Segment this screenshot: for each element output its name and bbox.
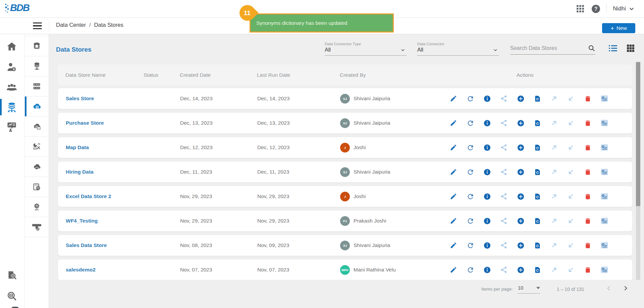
data-connector-type-filter[interactable]: Data Connector Type All [325, 42, 407, 56]
search-icon[interactable] [588, 45, 595, 52]
help-icon[interactable]: ? [591, 4, 600, 13]
info-icon[interactable] [483, 241, 491, 250]
edit-icon[interactable] [449, 168, 458, 176]
pull-arrow-icon[interactable] [567, 143, 575, 152]
delete-icon[interactable] [583, 241, 592, 250]
refresh-icon[interactable] [466, 192, 475, 201]
sidebar-item-data-sync[interactable] [25, 137, 49, 157]
restore-icon[interactable] [533, 168, 542, 176]
push-arrow-icon[interactable] [550, 265, 558, 274]
user-groups-icon[interactable] [6, 82, 17, 93]
sidebar-item-data-stores[interactable] [25, 97, 49, 117]
push-arrow-icon[interactable] [550, 168, 558, 176]
share-icon[interactable] [499, 143, 508, 152]
sidebar-item-data-lake[interactable] [25, 157, 49, 177]
edit-icon[interactable] [449, 143, 458, 152]
sidebar-item-data-store-code[interactable]: </> [25, 117, 49, 137]
info-icon[interactable] [483, 217, 491, 225]
push-arrow-icon[interactable] [550, 217, 558, 225]
share-icon[interactable] [499, 265, 508, 274]
scrollbar-thumb[interactable] [636, 62, 640, 206]
push-arrow-icon[interactable] [550, 94, 558, 103]
add-icon[interactable] [516, 119, 525, 127]
info-icon[interactable] [483, 119, 491, 127]
sidebar-item-data-connectors[interactable] [25, 56, 49, 76]
items-per-page-select[interactable]: 10 [518, 285, 540, 294]
analytics-icon[interactable] [600, 217, 609, 225]
edit-icon[interactable] [449, 119, 458, 127]
sidebar-item-api-connectors[interactable]: API [25, 197, 49, 217]
delete-icon[interactable] [583, 168, 592, 176]
breadcrumb-data-stores[interactable]: Data Stores [94, 22, 123, 28]
sidebar-item-data-filter[interactable] [25, 217, 49, 237]
data-store-name-link[interactable]: salesdemo2 [58, 267, 144, 273]
data-store-name-link[interactable]: Excel Data Store 2 [58, 193, 144, 199]
delete-icon[interactable] [583, 217, 592, 225]
info-icon[interactable] [483, 168, 491, 176]
add-icon[interactable] [516, 168, 525, 176]
add-icon[interactable] [516, 217, 525, 225]
info-icon[interactable] [483, 94, 491, 103]
edit-icon[interactable] [449, 241, 458, 250]
info-icon[interactable] [483, 265, 491, 274]
list-view-icon[interactable] [608, 44, 617, 52]
data-catalog-icon[interactable] [6, 270, 17, 281]
analytics-icon[interactable] [600, 94, 609, 103]
previous-page-button[interactable] [604, 284, 613, 293]
delete-icon[interactable] [583, 119, 592, 127]
menu-toggle-icon[interactable] [33, 22, 42, 29]
search-input[interactable] [510, 43, 595, 55]
delete-icon[interactable] [583, 94, 592, 103]
push-arrow-icon[interactable] [550, 119, 558, 127]
data-store-name-link[interactable]: WF4_Testing [58, 218, 144, 224]
share-icon[interactable] [499, 168, 508, 176]
restore-icon[interactable] [533, 217, 542, 225]
analytics-icon[interactable] [600, 241, 609, 250]
data-connector-filter[interactable]: Data Connector All [417, 42, 499, 56]
restore-icon[interactable] [533, 192, 542, 201]
info-icon[interactable] [483, 143, 491, 152]
data-store-name-link[interactable]: Sales Data Store [58, 242, 144, 248]
bdb-logo[interactable]: BDB [5, 2, 29, 13]
analytics-icon[interactable] [600, 143, 609, 152]
data-search-icon[interactable] [6, 291, 17, 301]
sidebar-item-data-home[interactable] [25, 36, 49, 56]
share-icon[interactable] [499, 192, 508, 201]
apps-grid-icon[interactable] [576, 4, 585, 13]
new-button[interactable]: + New [602, 23, 635, 33]
delete-icon[interactable] [583, 192, 592, 201]
refresh-icon[interactable] [466, 241, 475, 250]
delete-icon[interactable] [583, 265, 592, 274]
restore-icon[interactable] [533, 265, 542, 274]
refresh-icon[interactable] [466, 217, 475, 225]
add-icon[interactable] [516, 265, 525, 274]
delete-icon[interactable] [583, 143, 592, 152]
share-icon[interactable] [499, 217, 508, 225]
restore-icon[interactable] [533, 119, 542, 127]
grid-view-icon[interactable] [627, 44, 635, 52]
push-arrow-icon[interactable] [550, 192, 558, 201]
data-store-name-link[interactable]: Sales Store [58, 96, 144, 102]
restore-icon[interactable] [533, 241, 542, 250]
refresh-icon[interactable] [466, 119, 475, 127]
sidebar-item-data-sandbox[interactable] [25, 76, 49, 97]
analytics-icon[interactable] [600, 192, 609, 201]
add-icon[interactable] [516, 241, 525, 250]
analytics-icon[interactable] [600, 119, 609, 127]
restore-icon[interactable] [533, 94, 542, 103]
edit-icon[interactable] [449, 192, 458, 201]
add-icon[interactable] [516, 143, 525, 152]
add-icon[interactable] [516, 94, 525, 103]
pull-arrow-icon[interactable] [567, 217, 575, 225]
refresh-icon[interactable] [466, 143, 475, 152]
next-page-button[interactable] [621, 284, 630, 293]
push-arrow-icon[interactable] [550, 143, 558, 152]
edit-icon[interactable] [449, 217, 458, 225]
edit-icon[interactable] [449, 94, 458, 103]
analytics-icon[interactable] [600, 168, 609, 176]
data-store-name-link[interactable]: Purchase Store [58, 120, 144, 126]
home-icon[interactable] [6, 41, 17, 52]
pull-arrow-icon[interactable] [567, 94, 575, 103]
share-icon[interactable] [499, 119, 508, 127]
push-arrow-icon[interactable] [550, 241, 558, 250]
